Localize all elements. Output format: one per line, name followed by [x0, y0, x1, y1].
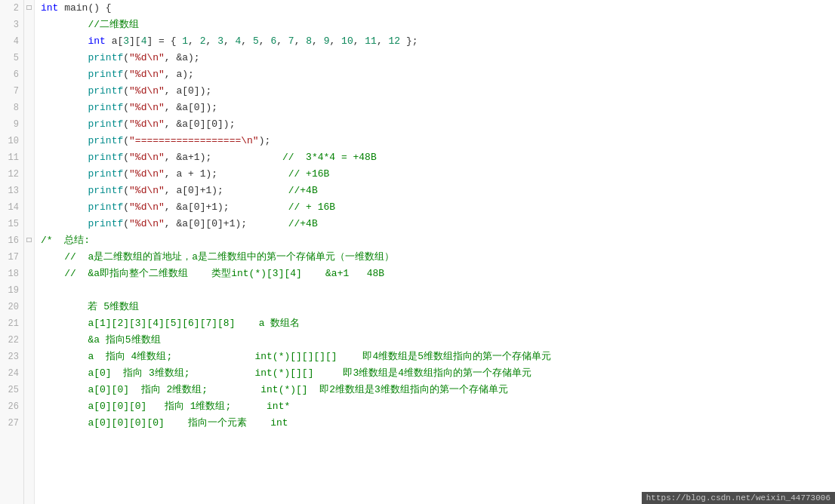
line-number: 27 — [0, 415, 23, 432]
cmt-token: // +16B — [288, 166, 330, 183]
code-line: a[0][0][0][0] 指向一个元素 int — [41, 415, 835, 432]
plain-token: ( — [123, 199, 129, 216]
plain-token: , a[0]+1); — [165, 183, 288, 199]
plain-token: , — [188, 33, 200, 50]
cmt-token: // 3*4*4 = +48B — [282, 149, 377, 166]
plain-token — [41, 66, 88, 83]
num-token: 6 — [270, 33, 276, 50]
fn-token: printf — [88, 66, 123, 83]
str-token: "==================\n" — [129, 133, 259, 149]
fold-marker — [24, 299, 34, 315]
plain-token: ( — [123, 116, 129, 133]
line-number: 13 — [0, 183, 23, 199]
num-token: 10 — [341, 33, 353, 50]
code-line: printf("%d\n", a[0]); — [41, 83, 835, 100]
line-number: 10 — [0, 133, 23, 149]
plain-token — [41, 83, 88, 100]
str-token: "%d\n" — [129, 199, 165, 216]
fold-marker — [24, 100, 34, 116]
plain-token: , &a[0]); — [165, 100, 217, 116]
line-number: 7 — [0, 83, 23, 100]
fold-marker — [24, 332, 34, 349]
cmt-token: a[0] 指向 3维数组; int(*)[][] 即3维数组是4维数组指向的第一… — [41, 365, 532, 382]
fn-token: printf — [88, 83, 123, 100]
line-number: 16 — [0, 232, 23, 249]
cmt-token: 若 5维数组 — [41, 299, 139, 315]
cmt-token: // &a即指向整个二维数组 类型int(*)[3][4] &a+1 48B — [41, 266, 384, 282]
fold-marker — [24, 315, 34, 332]
line-numbers: 2345678910111213141516171819202122232425… — [0, 0, 24, 504]
fold-marker[interactable]: □ — [24, 232, 34, 249]
num-token: 3 — [123, 33, 129, 50]
plain-token — [41, 133, 88, 149]
code-line: a[1][2][3][4][5][6][7][8] a 数组名 — [41, 315, 835, 332]
fold-marker — [24, 17, 34, 33]
bottom-bar: https://blog.csdn.net/weixin_44773006 — [642, 492, 835, 504]
fn-token: printf — [88, 100, 123, 116]
code-line: /* 总结: — [41, 232, 835, 249]
plain-token: , — [259, 33, 271, 50]
line-number: 8 — [0, 100, 23, 116]
plain-token: , — [353, 33, 365, 50]
fold-marker — [24, 365, 34, 382]
str-token: "%d\n" — [129, 50, 165, 66]
plain-token: , — [241, 33, 253, 50]
cmt-token: a[1][2][3][4][5][6][7][8] a 数组名 — [41, 315, 300, 332]
fn-token: printf — [88, 216, 123, 232]
cmt-token: // a是二维数组的首地址，a是二维数组中的第一个存储单元（一维数组） — [41, 249, 394, 266]
code-line: int a[3][4] = { 1, 2, 3, 4, 5, 6, 7, 8, … — [41, 33, 835, 50]
code-line: a 指向 4维数组; int(*)[][][][] 即4维数组是5维数组指向的第… — [41, 349, 835, 365]
num-token: 12 — [389, 33, 401, 50]
fold-gutter: □ □ — [24, 0, 35, 504]
cmt-token: //+4B — [288, 183, 318, 199]
code-line: printf("%d\n", &a); — [41, 50, 835, 66]
line-number: 24 — [0, 365, 23, 382]
fn-token: printf — [88, 149, 123, 166]
str-token: "%d\n" — [129, 216, 165, 232]
code-line: printf("%d\n", &a[0]+1); // + 16B — [41, 199, 835, 216]
code-line: printf("%d\n", a[0]+1); //+4B — [41, 183, 835, 199]
num-token: 2 — [200, 33, 206, 50]
fold-marker — [24, 398, 34, 415]
fold-marker — [24, 266, 34, 282]
cmt-token: &a 指向5维数组 — [41, 332, 161, 349]
line-number: 12 — [0, 166, 23, 183]
plain-token: ][ — [129, 33, 141, 50]
plain-token: , &a[0]+1); — [165, 199, 288, 216]
code-line: &a 指向5维数组 — [41, 332, 835, 349]
fold-marker — [24, 282, 34, 299]
kw-token: int — [88, 33, 105, 50]
code-line: printf("%d\n", &a+1); // 3*4*4 = +48B — [41, 149, 835, 166]
cmt-token: a[0][0][0] 指向 1维数组; int* — [41, 398, 290, 415]
code-line: a[0][0][0] 指向 1维数组; int* — [41, 398, 835, 415]
fold-marker — [24, 183, 34, 199]
plain-token — [41, 33, 88, 50]
fold-marker[interactable]: □ — [24, 0, 34, 17]
num-token: 4 — [141, 33, 147, 50]
plain-token: }; — [400, 33, 417, 50]
fold-marker — [24, 33, 34, 50]
code-area[interactable]: int main() { //二维数组 int a[3][4] = { 1, 2… — [35, 0, 835, 504]
str-token: "%d\n" — [129, 100, 165, 116]
plain-token: , — [206, 33, 218, 50]
plain-token: , &a+1); — [165, 149, 282, 166]
line-number: 2 — [0, 0, 23, 17]
fold-marker — [24, 415, 34, 432]
line-number: 15 — [0, 216, 23, 232]
code-line: // a是二维数组的首地址，a是二维数组中的第一个存储单元（一维数组） — [41, 249, 835, 266]
plain-token: ( — [123, 66, 129, 83]
num-token: 7 — [288, 33, 294, 50]
plain-token: , a[0]); — [165, 83, 211, 100]
plain-token: ); — [259, 133, 271, 149]
num-token: 11 — [365, 33, 377, 50]
plain-token: ( — [123, 83, 129, 100]
cmt-token: /* 总结: — [41, 232, 90, 249]
line-number: 6 — [0, 66, 23, 83]
cmt-token: a[0][0][0][0] 指向一个元素 int — [41, 415, 288, 432]
str-token: "%d\n" — [129, 183, 165, 199]
line-number: 20 — [0, 299, 23, 315]
plain-token: , — [294, 33, 307, 50]
plain-token — [41, 166, 88, 183]
plain-token: a[ — [106, 33, 123, 50]
plain-token — [41, 17, 88, 33]
